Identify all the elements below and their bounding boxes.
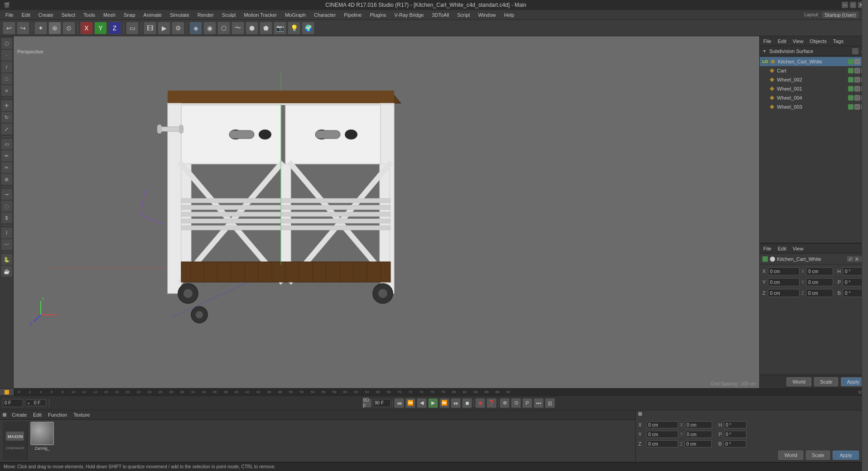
nurbs-btn[interactable]: ⬢ bbox=[246, 22, 258, 34]
obj-menu-file[interactable]: File bbox=[762, 38, 773, 45]
new-button[interactable]: ✦ bbox=[34, 22, 47, 34]
tc-jump-end[interactable]: ⏭ bbox=[451, 398, 461, 408]
scale-btn[interactable]: Scale bbox=[806, 451, 830, 460]
world-btn[interactable]: World bbox=[778, 451, 803, 460]
scale-button[interactable]: ⊙ bbox=[63, 22, 75, 34]
tc-jump-start[interactable]: ⏮ bbox=[394, 398, 404, 408]
attr-menu-edit[interactable]: Edit bbox=[776, 245, 788, 252]
bcoord-b-val[interactable] bbox=[723, 440, 746, 447]
tc-key-sel[interactable]: ❓ bbox=[487, 398, 497, 408]
material-swatch[interactable] bbox=[30, 422, 54, 445]
lt-brush[interactable]: ◌ bbox=[1, 201, 12, 211]
axis-z-button[interactable]: Z bbox=[108, 22, 121, 34]
bcoord-x-rot[interactable] bbox=[685, 421, 712, 428]
menu-pipeline[interactable]: Pipeline bbox=[340, 11, 365, 19]
select-btn[interactable]: ▭ bbox=[126, 22, 139, 34]
menu-render[interactable]: Render bbox=[194, 11, 217, 19]
layout-selector[interactable]: Startup (User) bbox=[822, 12, 858, 18]
tc-points[interactable]: ••• bbox=[534, 398, 544, 408]
bcoord-x-pos[interactable] bbox=[646, 421, 678, 428]
axis-y-button[interactable]: Y bbox=[94, 22, 107, 34]
menu-plugins[interactable]: Plugins bbox=[366, 11, 390, 19]
menu-file[interactable]: File bbox=[2, 11, 17, 19]
mat-toolbar-grip[interactable] bbox=[3, 413, 6, 417]
menu-mograph[interactable]: MoGraph bbox=[281, 11, 309, 19]
lt-coffee[interactable]: ☕ bbox=[1, 266, 12, 277]
window-controls[interactable]: — □ ✕ bbox=[842, 2, 864, 8]
lt-move[interactable]: ✛ bbox=[1, 100, 12, 111]
tc-motion[interactable]: ⊙ bbox=[511, 398, 521, 408]
obj-menu-tags[interactable]: Tags bbox=[831, 38, 845, 45]
menu-sculpt[interactable]: Sculpt bbox=[218, 11, 240, 19]
coord-x-rot[interactable] bbox=[806, 267, 833, 275]
render-btn[interactable]: ▶ bbox=[158, 22, 170, 34]
menu-tools[interactable]: Tools bbox=[80, 11, 99, 19]
tc-step-back[interactable]: ⏪ bbox=[405, 398, 415, 408]
tc-play-back[interactable]: ◀ bbox=[417, 398, 427, 408]
lt-mode-point[interactable]: · bbox=[1, 50, 12, 61]
tc-autokey[interactable]: ⏺ bbox=[475, 398, 485, 408]
lt-paint[interactable]: $ bbox=[1, 212, 12, 223]
mat-menu-edit[interactable]: Edit bbox=[31, 411, 43, 418]
frame-value-input[interactable] bbox=[30, 400, 44, 405]
tc-play[interactable]: ▶ bbox=[428, 398, 438, 408]
mat-menu-texture[interactable]: Texture bbox=[72, 411, 92, 418]
smooth-btn[interactable]: ◉ bbox=[203, 22, 216, 34]
subd-arrow[interactable]: ▼ bbox=[762, 49, 767, 53]
coord-y-pos[interactable] bbox=[768, 278, 800, 286]
tc-step-fwd[interactable]: ⏩ bbox=[439, 398, 449, 408]
menu-character[interactable]: Character bbox=[310, 11, 339, 19]
tc-param[interactable]: P bbox=[522, 398, 532, 408]
lt-spline-tool[interactable]: ⌇ bbox=[1, 227, 12, 238]
coord-z-rot[interactable] bbox=[806, 289, 833, 297]
obj-row-wheel002[interactable]: Wheel_002 bbox=[760, 75, 868, 84]
minimize-button[interactable]: — bbox=[842, 2, 848, 8]
obj-menu-objects[interactable]: Objects bbox=[808, 38, 828, 45]
render-preview-btn[interactable]: 🎞 bbox=[144, 22, 156, 34]
group-btn[interactable]: ⬟ bbox=[260, 22, 272, 34]
lt-rotate[interactable]: ↻ bbox=[1, 112, 12, 123]
deform-btn[interactable]: ⬡ bbox=[217, 22, 230, 34]
bcoord-y-pos[interactable] bbox=[646, 431, 678, 438]
attr-menu-view[interactable]: View bbox=[791, 245, 805, 252]
menu-3dtoall[interactable]: 3DToAll bbox=[428, 11, 453, 19]
menu-help[interactable]: Help bbox=[501, 11, 518, 19]
coord-x-pos[interactable] bbox=[768, 267, 800, 275]
menu-animate[interactable]: Animate bbox=[140, 11, 165, 19]
viewport-background[interactable]: X Y Z bbox=[14, 36, 759, 388]
lt-mode-object[interactable]: ⬡ bbox=[1, 38, 12, 49]
object-btn[interactable]: ◈ bbox=[189, 22, 202, 34]
spline-btn[interactable]: 〜 bbox=[231, 22, 244, 34]
menu-mesh[interactable]: Mesh bbox=[100, 11, 119, 19]
mat-menu-function[interactable]: Function bbox=[46, 411, 69, 418]
lt-measure[interactable]: ⊸ bbox=[1, 189, 12, 200]
tc-record[interactable]: ⏺ bbox=[462, 398, 472, 408]
menu-script[interactable]: Script bbox=[453, 11, 473, 19]
bcoord-z-rot[interactable] bbox=[685, 440, 712, 447]
frame-end-input[interactable] bbox=[373, 399, 391, 407]
frame-step-down[interactable]: ◂ bbox=[27, 401, 29, 405]
menu-snap[interactable]: Snap bbox=[120, 11, 139, 19]
undo-button[interactable]: ↩ bbox=[3, 22, 15, 34]
subdivision-surface-row[interactable]: ▼ Subdivision Surface ✓ bbox=[760, 46, 868, 56]
bcoord-h-val[interactable] bbox=[724, 421, 747, 428]
menu-create[interactable]: Create bbox=[35, 11, 57, 19]
menu-edit[interactable]: Edit bbox=[18, 11, 34, 19]
right-scroll-strip[interactable] bbox=[862, 0, 868, 471]
lt-scale[interactable]: ⤢ bbox=[1, 124, 12, 135]
subd-tag-1[interactable] bbox=[852, 48, 858, 54]
tc-snap-keys[interactable]: ⊕ bbox=[500, 398, 510, 408]
scale-button-attr[interactable]: Scale bbox=[814, 377, 839, 386]
frame-current-input[interactable] bbox=[3, 399, 23, 407]
attr-icon-2[interactable]: ≡ bbox=[854, 256, 859, 262]
menu-motion-tracker[interactable]: Motion Tracker bbox=[240, 11, 280, 19]
lt-python[interactable]: 🐍 bbox=[1, 254, 12, 265]
obj-row-wheel003[interactable]: Wheel_003 bbox=[760, 102, 868, 111]
lt-magnet[interactable]: ⊛ bbox=[1, 174, 12, 185]
axis-x-button[interactable]: X bbox=[80, 22, 93, 34]
apply-btn[interactable]: Apply bbox=[833, 451, 859, 460]
menu-vray[interactable]: V-Ray Bridge bbox=[391, 11, 428, 19]
tc-markers[interactable]: ||| bbox=[545, 398, 555, 408]
move-button[interactable]: ⊕ bbox=[48, 22, 61, 34]
coord-y-rot[interactable] bbox=[806, 278, 833, 286]
